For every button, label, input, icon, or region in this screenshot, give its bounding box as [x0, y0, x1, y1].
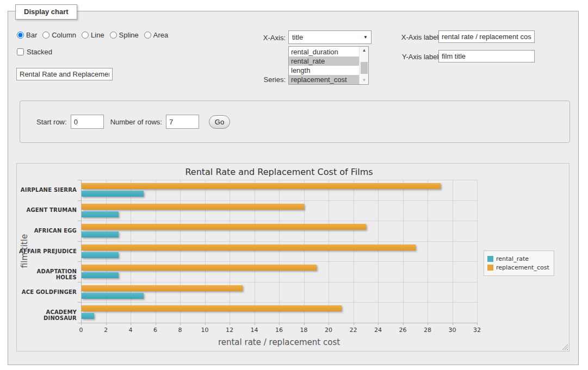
gridline-x-26: [403, 180, 404, 323]
x-tick-label-6: 6: [147, 327, 164, 334]
bar-replacement_cost-agent-truman: [82, 204, 304, 210]
page: Display chart BarColumnLineSplineArea St…: [0, 0, 588, 370]
scrollbar-thumb[interactable]: [361, 62, 368, 74]
chart-legend: rental_ratereplacement_cost: [484, 250, 554, 276]
chart-type-radio-area[interactable]: [144, 32, 151, 39]
bar-rental_rate-academy-dinosaur: [82, 313, 94, 319]
x-tick-label-30: 30: [444, 327, 461, 334]
stacked-label[interactable]: Stacked: [27, 48, 52, 56]
x-axis-line: [81, 323, 477, 323]
x-tick-label-16: 16: [271, 327, 287, 334]
chart-type-radio-line[interactable]: [82, 32, 89, 39]
x-tick-label-26: 26: [395, 327, 411, 334]
chart-type-label-line: Line: [91, 31, 104, 39]
num-rows-input[interactable]: [166, 115, 199, 129]
x-axis-select-value: title: [292, 33, 363, 41]
category-label-academy-dinosaur: ACADEMY DINOSAUR: [17, 309, 77, 321]
chart-type-radio-column[interactable]: [42, 32, 49, 39]
x-tick-32: [477, 323, 478, 325]
gridline-x-6: [156, 180, 156, 323]
x-axis-label-field-label: X-Axis label:: [364, 33, 441, 41]
gridline-y-5: [81, 282, 477, 283]
y-axis-label-input[interactable]: [438, 50, 535, 62]
gridline-x-16: [279, 180, 280, 323]
x-axis-title: rental rate / replacement cost: [81, 337, 477, 347]
chart-type-label-column: Column: [52, 31, 76, 39]
gridline-x-14: [255, 180, 255, 323]
chart-type-label-spline: Spline: [119, 31, 139, 39]
bar-replacement_cost-academy-dinosaur: [82, 305, 342, 311]
bar-replacement_cost-airplane-sierra: [82, 183, 441, 189]
bar-rental_rate-airplane-sierra: [82, 191, 144, 197]
gridline-x-4: [131, 180, 131, 323]
legend-swatch-rental_rate: [487, 256, 493, 262]
start-row-input[interactable]: [71, 115, 104, 129]
legend-swatch-replacement_cost: [487, 265, 493, 271]
x-axis-select[interactable]: title ▼: [288, 30, 372, 44]
bar-rental_rate-adaptation-holes: [82, 272, 119, 278]
series-option-rental_rate[interactable]: rental_rate: [289, 57, 359, 66]
gridline-x-30: [453, 180, 453, 323]
x-tick-label-2: 2: [98, 327, 114, 334]
legend-label-replacement_cost: replacement_cost: [496, 264, 549, 271]
stacked-checkbox[interactable]: [17, 48, 24, 55]
gridline-x-2: [106, 180, 107, 323]
x-tick-label-4: 4: [122, 327, 139, 334]
bar-replacement_cost-african-egg: [82, 224, 366, 230]
scroll-down-icon[interactable]: ▼: [360, 77, 369, 84]
x-tick-label-32: 32: [469, 327, 485, 334]
bar-rental_rate-african-egg: [82, 231, 119, 237]
gridline-x-8: [180, 180, 181, 323]
start-row-label: Start row:: [36, 118, 67, 126]
gridline-y-6: [81, 302, 477, 303]
legend-label-rental_rate: rental_rate: [496, 255, 529, 262]
bar-rental_rate-affair-prejudice: [82, 252, 119, 258]
series-option-length[interactable]: length: [289, 66, 359, 75]
gridline-y-2: [81, 221, 477, 221]
series-listbox[interactable]: rental_durationrental_ratelengthreplacem…: [288, 46, 369, 85]
y-axis-title: film title: [20, 197, 29, 305]
x-tick-label-0: 0: [73, 327, 89, 334]
series-field-label: Series:: [209, 76, 286, 84]
gridline-y-4: [81, 261, 477, 262]
gridline-y-0: [81, 180, 477, 180]
chart-container: Rental Rate and Replacement Cost of Film…: [16, 163, 570, 352]
gridline-y-3: [81, 241, 477, 242]
x-tick-label-14: 14: [246, 327, 263, 334]
x-tick-label-22: 22: [345, 327, 362, 334]
chart-title: Rental Rate and Replacement Cost of Film…: [81, 167, 477, 177]
chart-type-option-bar[interactable]: Bar: [17, 31, 37, 39]
bar-replacement_cost-adaptation-holes: [82, 265, 317, 271]
gridline-x-32: [477, 180, 478, 323]
category-label-airplane-sierra: AIRPLANE SIERRA: [17, 187, 77, 193]
chart-type-option-column[interactable]: Column: [42, 31, 76, 39]
chart-type-option-spline[interactable]: Spline: [110, 31, 139, 39]
chart-type-option-area[interactable]: Area: [144, 31, 168, 39]
gridline-x-22: [354, 180, 354, 323]
legend-item-rental_rate[interactable]: rental_rate: [487, 255, 549, 262]
display-chart-panel: Display chart BarColumnLineSplineArea St…: [8, 11, 579, 365]
gridline-x-12: [230, 180, 230, 323]
chart-resize-handle-icon[interactable]: [562, 344, 568, 350]
x-axis-label-input[interactable]: [438, 30, 535, 43]
series-option-rental_duration[interactable]: rental_duration: [289, 47, 359, 57]
chart-type-radio-bar[interactable]: [17, 32, 24, 39]
x-tick-label-20: 20: [320, 327, 337, 334]
chart-title-input[interactable]: [16, 68, 113, 80]
bar-replacement_cost-ace-goldfinger: [82, 285, 243, 291]
num-rows-label: Number of rows:: [110, 118, 162, 126]
gridline-x-24: [378, 180, 379, 323]
panel-title: Display chart: [15, 4, 77, 20]
y-axis-label-field-label: Y-Axis label:: [364, 53, 441, 61]
series-option-replacement_cost[interactable]: replacement_cost: [289, 75, 359, 84]
gridline-x-28: [428, 180, 428, 323]
legend-item-replacement_cost[interactable]: replacement_cost: [487, 264, 549, 271]
chart-type-label-bar: Bar: [26, 31, 37, 39]
gridline-x-20: [329, 180, 329, 323]
chart-type-radio-spline[interactable]: [110, 32, 117, 39]
chart-type-option-line[interactable]: Line: [82, 31, 104, 39]
x-tick-label-24: 24: [370, 327, 386, 334]
x-tick-label-12: 12: [221, 327, 238, 334]
go-button[interactable]: Go: [209, 115, 230, 129]
x-tick-label-18: 18: [296, 327, 312, 334]
